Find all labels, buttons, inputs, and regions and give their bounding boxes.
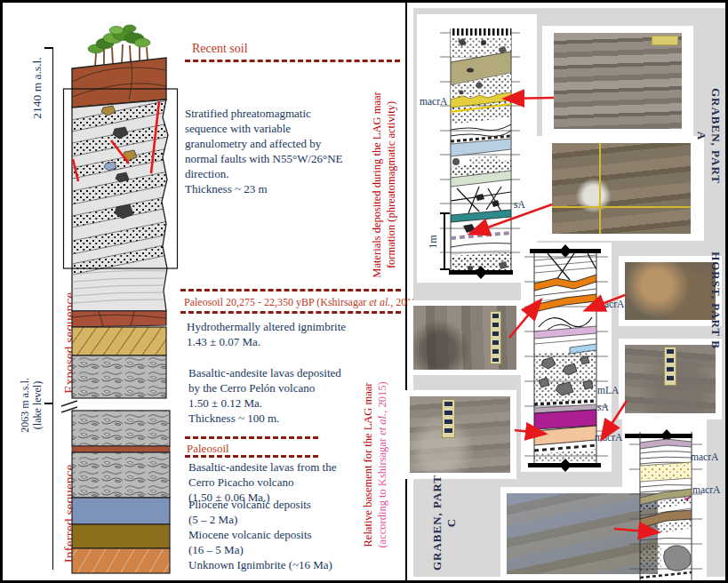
layer-pliocene [72, 498, 170, 524]
layer-paleosoil-upper [72, 311, 166, 327]
elevation-tick-lake [44, 403, 53, 404]
scale-bar-cap-top [440, 212, 450, 214]
outcrop-photo-a1 [554, 33, 682, 129]
layer-paleosoil-lower [72, 446, 170, 452]
scale-tag [652, 36, 678, 45]
layer-miocene [72, 524, 170, 548]
outcrop-photo-b-left [413, 306, 516, 370]
layer-picacho-lava-upper [72, 411, 170, 446]
outcrop-photo-b-right1 [625, 262, 716, 320]
basement-note: Relative basement for the LAG maar (acco… [360, 354, 390, 576]
ignimbrite-annotation: Hydrothermally altered ignimbrite 1.43 ±… [187, 319, 382, 349]
maar-materials-note: Materials deposited during the LAG maar … [369, 81, 399, 289]
crosshair-horizontal [552, 206, 691, 208]
outcrop-photo-b-right2 [625, 345, 716, 413]
layer-phreatomagmatic [64, 89, 178, 311]
section-label-graben-c: GRABEN, PART C [437, 469, 452, 576]
outcrop-photo-c-left [410, 396, 510, 473]
scale-ruler [442, 399, 455, 438]
unit-label-macra-c-2: macrA [692, 484, 720, 495]
unit-label-macra-c-1: macrA [691, 451, 718, 462]
scale-ruler [490, 311, 501, 364]
paleosoil-dated-pre: Paleosoil 20,275 - 22,350 yBP (Kshirsaga… [184, 296, 369, 308]
outcrop-photo-a2 [552, 143, 691, 234]
crosshair-vertical [599, 143, 601, 234]
scale-ruler [664, 347, 676, 386]
scale-bar-label: 1m [427, 231, 439, 252]
pliocene-annotation: Pliocene volcanic deposits (5 – 2 Ma) [188, 497, 384, 527]
paleosoil-label: Paleosoil [187, 442, 229, 456]
dashed-line-paleosoil-top [180, 289, 401, 292]
scale-bar-line [444, 213, 445, 270]
dashed-line-recent-soil [185, 60, 400, 62]
basement-note-line2: (according to Kshirsagar et al., 2015) [375, 381, 389, 547]
unit-label-macra-b-top: macrA [596, 299, 624, 309]
layer-altered-ignimbrite [72, 327, 166, 355]
strat-column-c [622, 418, 707, 583]
elevation-tick-top [44, 47, 53, 49]
pelon-annotation: Basaltic-andesite lavas deposited by the… [188, 365, 384, 426]
unit-label-macra-b-bottom: macrA [595, 432, 622, 443]
basement-note-line1: Relative basement for the LAG maar [361, 381, 375, 547]
miocene-annotation: Miocene volcanic deposits (16 – 5 Ma) [188, 527, 384, 557]
section-label-graben-a: GRABEN, PART A [701, 83, 716, 189]
dashed-line-paleosoil2-bottom [185, 455, 318, 458]
elevation-label-top: 2140 m a.s.l. [30, 52, 44, 124]
layer-picacho-lava-lower [72, 452, 170, 498]
unit-label-mla-b: mLA [597, 385, 619, 395]
paleosoil-dated-label: Paleosoil 20,275 - 22,350 yBP (Kshirsaga… [184, 296, 420, 309]
layer-recent-soil [72, 58, 166, 108]
elevation-label-lake: 2063 m a.s.l. (lake level) [17, 367, 45, 443]
main-strat-column [54, 15, 179, 577]
elevation-axis [52, 47, 53, 570]
scale-bar-cap-bottom [440, 268, 450, 270]
figure-canvas: 2140 m a.s.l. 2063 m a.s.l. (lake level)… [0, 0, 728, 583]
recent-soil-label: Recent soil [192, 42, 248, 56]
paleosoil-dated-etal: et al. [369, 296, 390, 308]
unit-label-sa-b: sA [597, 402, 609, 412]
unit-label-macra-a: macrA [420, 96, 447, 107]
unit-label-sa-a: sA [514, 199, 525, 210]
layer-pelon-lava [72, 355, 166, 398]
phreatomagmatic-description: Stratified phreatomagmatic sequence with… [185, 106, 363, 196]
dashed-line-paleosoil2-top [185, 436, 318, 439]
dashed-line-paleosoil-bottom [180, 311, 401, 314]
section-label-horst-b: HORST, PART B [708, 250, 723, 352]
layer-unknown-ignimbrite [72, 548, 170, 573]
